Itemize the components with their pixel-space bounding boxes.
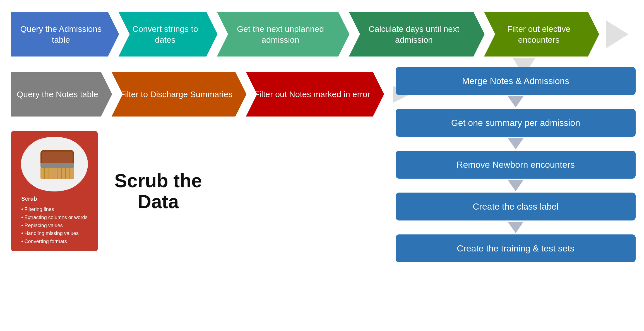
chevron-filter-discharge: Filter to Discharge Summaries (112, 72, 246, 117)
chevron-convert-strings: Convert strings to dates (119, 12, 218, 57)
scrub-card-text: Scrub • Filtering lines • Extracting col… (21, 194, 87, 246)
bottom-left: Scrub • Filtering lines • Extracting col… (11, 131, 202, 251)
down-arrow-3 (508, 180, 523, 191)
down-arrow-4 (508, 222, 523, 233)
box-training-test: Create the training & test sets (396, 234, 636, 262)
scrub-card-image (18, 137, 91, 191)
chevron-query-notes: Query the Notes table (11, 72, 112, 117)
brush-oval (21, 137, 88, 191)
scrub-card-item-4: • Handling missing values (21, 229, 87, 238)
chevron-next-unplanned: Get the next unplanned admission (217, 12, 349, 57)
chevron-calc-days: Calculate days until next admission (349, 12, 484, 57)
connector-1 (396, 95, 636, 109)
top-right-arrow (601, 20, 633, 48)
down-arrow-2 (508, 138, 523, 149)
svg-rect-1 (42, 152, 73, 164)
box-merge-notes: Merge Notes & Admissions (396, 67, 636, 95)
box-one-summary: Get one summary per admission (396, 109, 636, 137)
down-arrow-1 (508, 96, 523, 107)
box-class-label: Create the class label (396, 193, 636, 220)
scrub-card-item-3: • Replacing values (21, 222, 87, 230)
connector-2 (396, 137, 636, 151)
svg-rect-2 (40, 163, 74, 168)
scrub-card-item-2: • Extracting columns or words (21, 214, 87, 222)
right-column: Merge Notes & Admissions Get one summary… (396, 67, 636, 262)
chevron-query-admissions: Query the Admissions table (11, 12, 119, 57)
box-remove-newborn: Remove Newborn encounters (396, 151, 636, 179)
scrub-card-item-5: • Converting formats (21, 238, 87, 246)
connector-3 (396, 179, 636, 193)
scrub-line2: Data (114, 191, 202, 212)
brush-svg (27, 142, 82, 186)
scrub-card-item-1: • Filtering lines (21, 205, 87, 214)
main-container: Query the Admissions table Convert strin… (0, 0, 644, 331)
top-pipeline: Query the Admissions table Convert strin… (11, 8, 633, 60)
chevron-filter-error: Filter out Notes marked in error (246, 72, 384, 117)
connector-4 (396, 220, 636, 234)
top-right-arrow-shape (606, 20, 628, 48)
scrub-card: Scrub • Filtering lines • Extracting col… (11, 131, 98, 251)
scrub-card-title: Scrub (21, 194, 87, 203)
scrub-main-text: Scrub the Data (114, 170, 202, 212)
chevron-filter-elective: Filter out elective encounters (484, 12, 599, 57)
scrub-line1: Scrub the (114, 170, 202, 191)
